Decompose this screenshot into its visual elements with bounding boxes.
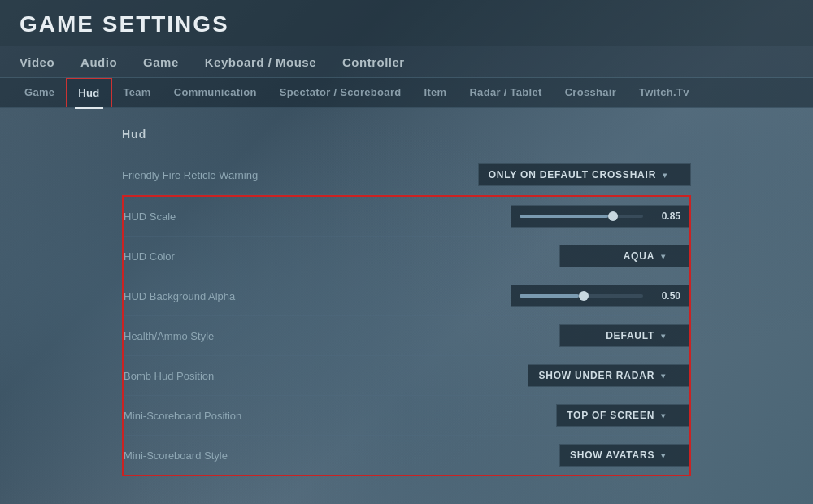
bomb-hud-label: Bomb Hud Position — [124, 370, 511, 382]
setting-row-bomb-hud: Bomb Hud Position SHOW UNDER RADAR ▾ — [124, 356, 689, 396]
setting-row-hud-scale: HUD Scale 0.85 — [124, 197, 689, 237]
sub-nav-hud[interactable]: Hud — [66, 78, 111, 107]
sub-nav-communication[interactable]: Communication — [163, 78, 268, 107]
content-area: Hud Friendly Fire Reticle Warning ONLY O… — [0, 108, 813, 496]
hud-bg-alpha-label: HUD Background Alpha — [124, 290, 511, 302]
hud-scale-slider[interactable]: 0.85 — [511, 205, 689, 228]
setting-row-hud-bg-alpha: HUD Background Alpha 0.50 — [124, 276, 689, 316]
sub-nav-game[interactable]: Game — [13, 78, 66, 107]
sub-nav-item[interactable]: Item — [412, 78, 458, 107]
chevron-down-icon: ▾ — [663, 171, 667, 180]
section-title: Hud — [122, 128, 691, 141]
mini-scoreboard-style-label: Mini-Scoreboard Style — [124, 450, 511, 462]
hud-bg-alpha-slider[interactable]: 0.50 — [511, 285, 689, 307]
health-ammo-label: Health/Ammo Style — [124, 330, 511, 342]
chevron-down-icon: ▾ — [661, 451, 666, 460]
setting-row-health-ammo: Health/Ammo Style DEFAULT ▾ — [124, 316, 689, 356]
mini-scoreboard-style-control: SHOW AVATARS ▾ — [511, 444, 689, 467]
mini-scoreboard-style-dropdown[interactable]: SHOW AVATARS ▾ — [559, 444, 689, 467]
chevron-down-icon: ▾ — [661, 411, 666, 420]
sub-nav: Game Hud Team Communication Spectator / … — [0, 78, 813, 108]
page-title: GAME SETTINGS — [20, 11, 793, 37]
health-ammo-value: DEFAULT — [606, 330, 654, 341]
friendly-fire-control: ONLY ON DEFAULT CROSSHAIR ▾ — [478, 163, 691, 186]
mini-scoreboard-pos-control: TOP OF SCREEN ▾ — [511, 404, 689, 427]
hud-bg-alpha-control: 0.50 — [511, 285, 689, 307]
hud-color-label: HUD Color — [124, 250, 511, 263]
friendly-fire-dropdown[interactable]: ONLY ON DEFAULT CROSSHAIR ▾ — [478, 163, 691, 186]
chevron-down-icon: ▾ — [661, 332, 666, 341]
hud-bg-alpha-thumb[interactable] — [579, 291, 589, 301]
hud-scale-fill — [520, 215, 608, 218]
friendly-fire-label: Friendly Fire Reticle Warning — [122, 169, 478, 181]
mini-scoreboard-pos-value: TOP OF SCREEN — [567, 410, 654, 421]
settings-panel: Hud Friendly Fire Reticle Warning ONLY O… — [122, 128, 691, 476]
hud-bg-alpha-track — [520, 294, 643, 298]
setting-row-hud-color: HUD Color AQUA ▾ — [124, 237, 689, 276]
nav-item-game[interactable]: Game — [143, 54, 179, 71]
hud-bg-alpha-value: 0.50 — [651, 290, 680, 302]
nav-item-video[interactable]: Video — [20, 54, 54, 71]
hud-bg-alpha-fill — [520, 294, 579, 298]
hud-color-value: AQUA — [624, 250, 655, 262]
sub-nav-radar-tablet[interactable]: Radar / Tablet — [458, 78, 553, 107]
bomb-hud-control: SHOW UNDER RADAR ▾ — [511, 364, 689, 387]
hud-scale-label: HUD Scale — [124, 211, 511, 223]
bomb-hud-dropdown[interactable]: SHOW UNDER RADAR ▾ — [528, 364, 689, 387]
setting-row-mini-scoreboard-style: Mini-Scoreboard Style SHOW AVATARS ▾ — [124, 436, 689, 475]
sub-nav-spectator-scoreboard[interactable]: Spectator / Scoreboard — [268, 78, 413, 107]
mini-scoreboard-pos-label: Mini-Scoreboard Position — [124, 410, 511, 422]
hud-scale-value: 0.85 — [651, 211, 680, 222]
top-bar: GAME SETTINGS — [0, 0, 813, 46]
hud-color-dropdown[interactable]: AQUA ▾ — [559, 245, 689, 267]
sub-nav-twitch-tv[interactable]: Twitch.tv — [628, 78, 701, 107]
chevron-down-icon: ▾ — [661, 252, 666, 261]
hud-scale-track — [520, 215, 643, 218]
sub-nav-team[interactable]: Team — [112, 78, 163, 107]
health-ammo-dropdown[interactable]: DEFAULT ▾ — [559, 324, 689, 347]
nav-item-keyboard-mouse[interactable]: Keyboard / Mouse — [205, 54, 316, 71]
nav-item-controller[interactable]: Controller — [342, 54, 405, 71]
bomb-hud-value: SHOW UNDER RADAR — [538, 370, 654, 381]
hud-scale-thumb[interactable] — [608, 211, 618, 221]
setting-row-friendly-fire: Friendly Fire Reticle Warning ONLY ON DE… — [122, 155, 691, 195]
outlined-settings-group: HUD Scale 0.85 HUD Color — [122, 195, 691, 476]
sub-nav-crosshair[interactable]: Crosshair — [554, 78, 628, 107]
hud-color-control: AQUA ▾ — [511, 245, 689, 267]
chevron-down-icon: ▾ — [661, 371, 666, 380]
hud-scale-control: 0.85 — [511, 205, 689, 228]
nav-item-audio[interactable]: Audio — [80, 54, 117, 71]
health-ammo-control: DEFAULT ▾ — [511, 324, 689, 347]
app-container: GAME SETTINGS Video Audio Game Keyboard … — [0, 0, 813, 504]
main-nav: Video Audio Game Keyboard / Mouse Contro… — [0, 46, 813, 78]
mini-scoreboard-pos-dropdown[interactable]: TOP OF SCREEN ▾ — [556, 404, 689, 427]
friendly-fire-value: ONLY ON DEFAULT CROSSHAIR — [489, 169, 656, 180]
setting-row-mini-scoreboard-pos: Mini-Scoreboard Position TOP OF SCREEN ▾ — [124, 396, 689, 436]
mini-scoreboard-style-value: SHOW AVATARS — [570, 450, 654, 461]
